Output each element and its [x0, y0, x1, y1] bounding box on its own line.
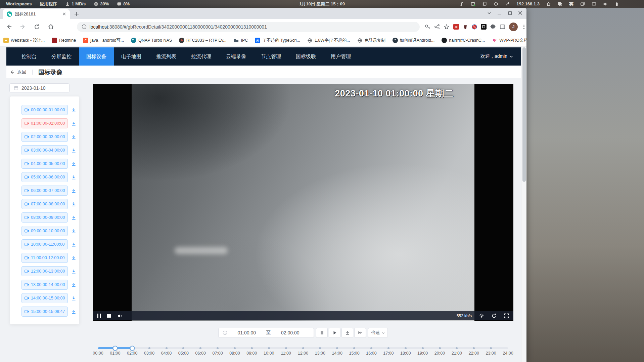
download-segment-button[interactable]: [71, 255, 76, 260]
download-segment-button[interactable]: [71, 134, 76, 139]
seek-back-button[interactable]: [354, 328, 366, 338]
extensions-puzzle-icon[interactable]: [490, 24, 496, 30]
share-icon[interactable]: [434, 24, 440, 30]
record-segment-button[interactable]: 01:00:00-02:00:00: [21, 118, 68, 128]
start-time-input[interactable]: 01:00:00: [227, 330, 266, 335]
download-segment-button[interactable]: [71, 215, 76, 220]
dark-extension-icon[interactable]: [481, 24, 487, 30]
download-segment-button[interactable]: [71, 296, 76, 301]
page-scrollbar[interactable]: [521, 46, 526, 362]
record-segment-button[interactable]: 13:00:00-14:00:00: [21, 280, 68, 290]
profile-avatar[interactable]: J: [509, 23, 518, 31]
record-segment-button[interactable]: 06:00:00-07:00:00: [21, 186, 68, 196]
record-segment-button[interactable]: 11:00:00-12:00:00: [21, 253, 68, 263]
record-segment-button[interactable]: 07:00:00-08:00:00: [21, 199, 68, 209]
download-segment-button[interactable]: [71, 148, 76, 153]
scrollbar-thumb[interactable]: [522, 47, 526, 182]
browser-tab[interactable]: 国标28181: [3, 9, 70, 19]
record-segment-button[interactable]: 03:00:00-04:00:00: [21, 145, 68, 155]
bookmark-item[interactable]: IPC: [234, 38, 248, 43]
player-fullscreen-icon[interactable]: [504, 313, 509, 318]
home-button[interactable]: [45, 21, 57, 33]
js-blocker-extension-icon[interactable]: JS: [453, 24, 459, 30]
bookmark-item[interactable]: Redmine: [52, 38, 76, 43]
bookmark-item[interactable]: QNAP Turbo NAS: [131, 38, 172, 43]
download-segment-button[interactable]: [71, 161, 76, 166]
bookmark-item[interactable]: 1.8W字|了不起的...: [307, 38, 350, 43]
back-link[interactable]: 返回: [9, 69, 27, 75]
bookmark-item[interactable]: 知了不起的 TypeScri...: [255, 38, 300, 43]
coffee-cup-icon[interactable]: [494, 2, 498, 6]
display-icon[interactable]: [592, 2, 596, 6]
side-panel-icon[interactable]: [500, 24, 505, 30]
reload-button[interactable]: [31, 21, 43, 33]
workspace-switcher-icon[interactable]: [558, 2, 562, 6]
download-segment-button[interactable]: [71, 108, 76, 113]
tab-search-chevron-icon[interactable]: [486, 10, 492, 16]
record-segment-button[interactable]: 00:00:00-01:00:00: [21, 105, 68, 115]
window-close-button[interactable]: [517, 10, 523, 16]
nav-item-1[interactable]: 分屏监控: [44, 47, 79, 66]
password-key-icon[interactable]: [425, 24, 430, 30]
pause-button[interactable]: [316, 328, 328, 338]
download-button[interactable]: [341, 328, 353, 338]
record-segment-button[interactable]: 02:00:00-03:00:00: [21, 132, 68, 142]
bookmark-star-icon[interactable]: [444, 24, 450, 30]
clipboard-icon[interactable]: [482, 2, 487, 6]
back-button[interactable]: [3, 21, 15, 33]
end-time-input[interactable]: 02:00:00: [271, 330, 310, 335]
battery-icon[interactable]: [614, 2, 619, 6]
player-stop-icon[interactable]: [107, 314, 111, 318]
player-mute-icon[interactable]: [117, 313, 123, 319]
playback-speed-dropdown[interactable]: 倍速: [368, 328, 388, 338]
new-tab-button[interactable]: [73, 10, 81, 18]
bookmark-item[interactable]: Cjava、android可...: [83, 38, 124, 43]
nav-item-0[interactable]: 控制台: [14, 47, 44, 66]
nav-item-3[interactable]: 电子地图: [114, 47, 149, 66]
ip-address[interactable]: 192.168.1.3: [516, 1, 540, 6]
nav-item-2[interactable]: 国标设备: [79, 47, 114, 66]
date-picker-input[interactable]: 2023-01-10: [9, 83, 70, 92]
download-segment-button[interactable]: [71, 175, 76, 180]
time-range-picker[interactable]: 01:00:00 至 02:00:00: [218, 328, 314, 338]
bookmark-item[interactable]: hairrrrr/C-CrashC...: [442, 38, 485, 43]
nav-item-4[interactable]: 推流列表: [149, 47, 184, 66]
applications-button[interactable]: 应用程序: [40, 1, 57, 7]
color-picker-icon[interactable]: [505, 2, 510, 6]
nav-item-5[interactable]: 拉流代理: [184, 47, 219, 66]
bookmark-item[interactable]: ΨWVP-PRO文档: [492, 38, 526, 43]
bookmark-item[interactable]: 免登录复制: [357, 38, 385, 43]
window-minimize-button[interactable]: [497, 10, 502, 16]
screenshot-status-icon[interactable]: [471, 2, 475, 6]
player-settings-icon[interactable]: [479, 313, 484, 318]
bookmark-item[interactable]: 如何编译Android...: [393, 38, 435, 43]
record-segment-button[interactable]: 05:00:00-06:00:00: [21, 172, 68, 182]
timeline-start-handle[interactable]: [112, 346, 118, 351]
bookmark-item[interactable]: ◆Webstack - 设计...: [3, 38, 45, 43]
user-menu[interactable]: 欢迎，admin: [480, 53, 521, 59]
download-segment-button[interactable]: [71, 202, 76, 207]
workspaces-button[interactable]: Workspaces: [6, 1, 32, 6]
player-refresh-icon[interactable]: [492, 313, 497, 318]
music-note-icon[interactable]: [459, 2, 464, 6]
record-segment-button[interactable]: 10:00:00-11:00:00: [21, 239, 68, 249]
bookmark-item[interactable]: RFC2833 – RTP Ev...: [179, 38, 227, 43]
player-pause-icon[interactable]: [97, 314, 101, 318]
record-segment-button[interactable]: 08:00:00-09:00:00: [21, 212, 68, 223]
record-segment-button[interactable]: 14:00:00-15:00:00: [21, 293, 68, 303]
adblock-extension-icon[interactable]: [472, 24, 477, 30]
download-segment-button[interactable]: [71, 269, 76, 274]
input-method-indicator[interactable]: 英: [569, 1, 573, 7]
timeline-end-handle[interactable]: [130, 346, 135, 351]
download-segment-button[interactable]: [71, 309, 76, 314]
download-segment-button[interactable]: [71, 229, 76, 234]
address-bar[interactable]: localhost:38080/#/gbRecordDetail/3402000…: [77, 22, 420, 32]
window-switch-icon[interactable]: [580, 2, 585, 6]
record-segment-button[interactable]: 09:00:00-10:00:00: [21, 226, 68, 236]
nav-item-7[interactable]: 节点管理: [254, 47, 288, 66]
record-segment-button[interactable]: 15:00:00-15:09:47: [21, 307, 68, 317]
download-segment-button[interactable]: [71, 242, 76, 247]
download-segment-button[interactable]: [71, 282, 76, 287]
video-player[interactable]: 2023-01-10 01:00:00 星期二 552 kb/s: [93, 84, 513, 321]
record-segment-button[interactable]: 12:00:00-13:00:00: [21, 266, 68, 276]
